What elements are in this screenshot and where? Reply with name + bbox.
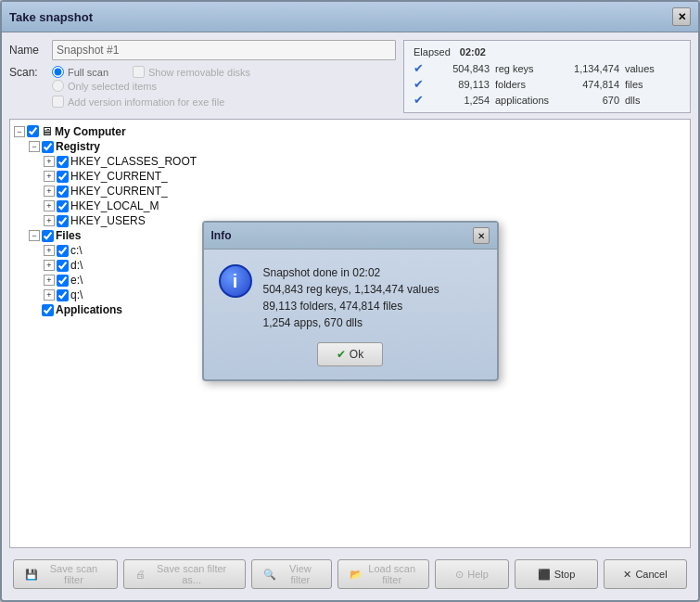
main-window: Take snapshot ✕ Name Scan: bbox=[0, 0, 700, 602]
modal-line2: 504,843 reg keys, 1,134,474 values bbox=[263, 281, 439, 298]
ok-label: Ok bbox=[350, 348, 363, 361]
info-modal: Info ✕ i Snapshot done in 02:02 504,843 … bbox=[202, 221, 499, 381]
modal-line3: 89,113 folders, 474,814 files bbox=[263, 298, 439, 314]
modal-footer: ✔ Ok bbox=[204, 342, 497, 379]
ok-check-icon: ✔ bbox=[337, 348, 346, 361]
ok-button[interactable]: ✔ Ok bbox=[317, 342, 383, 366]
modal-text: Snapshot done in 02:02 504,843 reg keys,… bbox=[263, 264, 439, 331]
modal-title: Info bbox=[211, 229, 232, 242]
modal-title-bar: Info ✕ bbox=[204, 223, 497, 250]
modal-line4: 1,254 apps, 670 dlls bbox=[263, 314, 439, 331]
info-icon: i bbox=[219, 264, 252, 298]
modal-overlay: Info ✕ i Snapshot done in 02:02 504,843 … bbox=[2, 2, 698, 600]
modal-body: i Snapshot done in 02:02 504,843 reg key… bbox=[204, 250, 497, 342]
modal-line1: Snapshot done in 02:02 bbox=[263, 264, 439, 281]
modal-close-button[interactable]: ✕ bbox=[473, 227, 490, 244]
